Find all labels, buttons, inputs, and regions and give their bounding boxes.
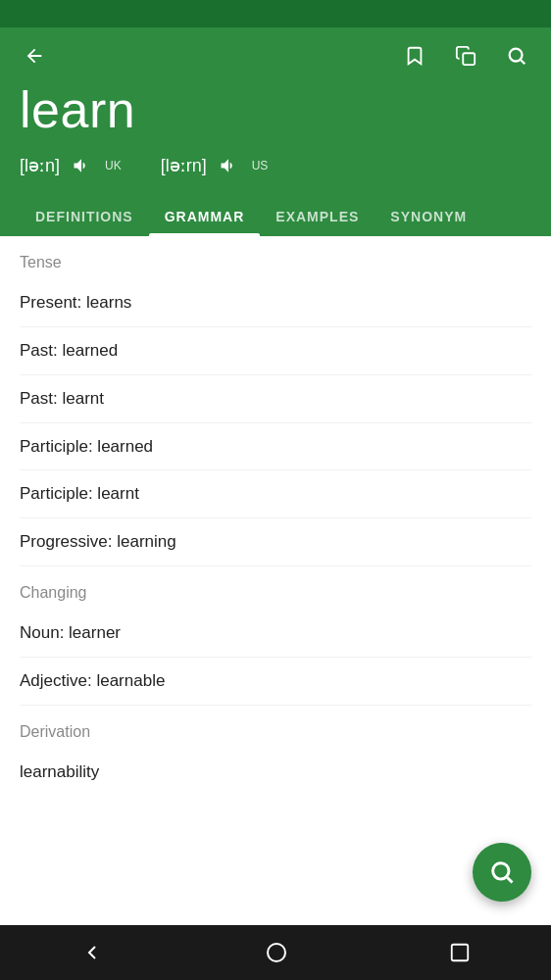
locale-us-label: US — [252, 159, 269, 172]
bookmark-button[interactable] — [400, 41, 429, 71]
grammar-item-participle-learnt: Participle: learnt — [20, 470, 531, 518]
copy-icon — [455, 45, 476, 67]
tab-definitions[interactable]: DEFINITIONS — [20, 197, 149, 236]
grammar-item-participle-learned: Participle: learned — [20, 423, 531, 471]
nav-recents-icon — [449, 942, 471, 963]
tab-examples[interactable]: EXAMPLES — [260, 197, 375, 236]
volume-uk-icon — [72, 156, 91, 175]
svg-rect-6 — [452, 945, 469, 961]
phonetic-uk: [ləːn] — [20, 155, 60, 176]
app-header: learn [ləːn] UK [ləːrn] US DEFINITIONS G… — [0, 27, 551, 236]
fab-search-icon — [488, 858, 516, 886]
tabs-row: DEFINITIONS GRAMMAR EXAMPLES SYNONYM — [20, 197, 531, 236]
status-bar — [0, 0, 551, 27]
nav-back-button[interactable] — [61, 933, 124, 972]
locale-uk-label: UK — [105, 159, 122, 172]
header-actions — [20, 41, 531, 71]
grammar-item-present: Present: learns — [20, 279, 531, 327]
svg-point-3 — [493, 863, 509, 879]
pronunciation-us: [ləːrn] US — [161, 152, 269, 179]
search-header-button[interactable] — [502, 41, 531, 71]
grammar-item-past-learnt: Past: learnt — [20, 375, 531, 423]
fab-search-button[interactable] — [473, 843, 531, 902]
nav-home-button[interactable] — [245, 933, 308, 972]
audio-us-button[interactable] — [215, 152, 242, 179]
header-right — [400, 41, 531, 71]
bottom-nav — [0, 925, 551, 980]
pronunciation-uk: [ləːn] UK — [20, 152, 122, 179]
bookmark-icon — [404, 45, 426, 67]
tab-grammar[interactable]: GRAMMAR — [149, 197, 261, 236]
grammar-item-noun: Noun: learner — [20, 610, 531, 658]
nav-back-icon — [80, 941, 104, 964]
volume-us-icon — [219, 156, 238, 175]
word-title: learn — [20, 82, 531, 138]
svg-line-4 — [507, 877, 512, 882]
grammar-item-progressive: Progressive: learning — [20, 518, 531, 566]
grammar-item-past-learned: Past: learned — [20, 327, 531, 375]
tense-section-header: Tense — [20, 236, 531, 279]
audio-uk-button[interactable] — [68, 152, 95, 179]
content-area: Tense Present: learns Past: learned Past… — [0, 236, 551, 881]
derivation-section-header: Derivation — [20, 706, 531, 749]
search-header-icon — [506, 45, 527, 67]
nav-recents-button[interactable] — [429, 934, 490, 971]
svg-rect-0 — [463, 53, 475, 65]
nav-home-icon — [265, 941, 288, 964]
header-left — [20, 41, 49, 71]
back-arrow-icon — [24, 45, 45, 67]
tab-synonym[interactable]: SYNONYM — [375, 197, 482, 236]
copy-button[interactable] — [451, 41, 480, 71]
grammar-item-learnability: learnability — [20, 749, 531, 796]
pronunciation-row: [ləːn] UK [ləːrn] US — [20, 152, 531, 179]
changing-section-header: Changing — [20, 566, 531, 610]
svg-point-5 — [268, 944, 285, 961]
back-button[interactable] — [20, 41, 49, 71]
grammar-item-adjective: Adjective: learnable — [20, 658, 531, 706]
svg-point-1 — [510, 49, 523, 62]
phonetic-us: [ləːrn] — [161, 155, 207, 176]
svg-line-2 — [521, 60, 525, 64]
